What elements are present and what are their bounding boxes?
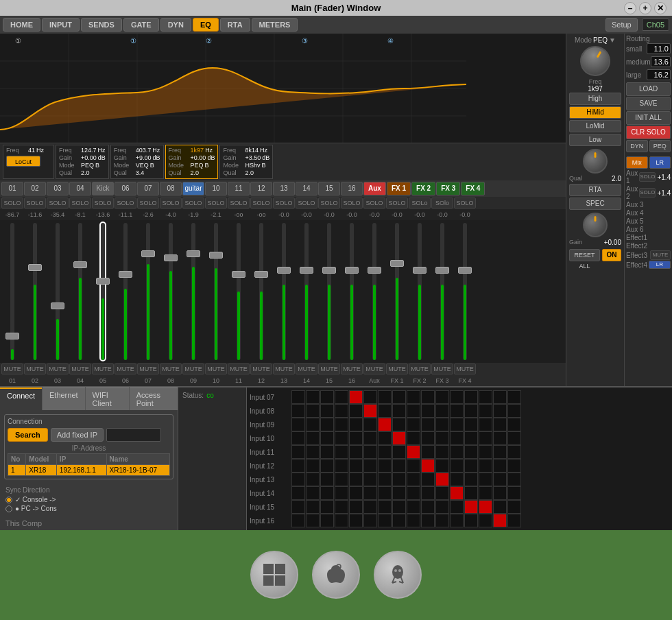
fader-track-aux[interactable] — [372, 223, 376, 360]
cell-12-16[interactable] — [507, 459, 521, 473]
cell-12-11[interactable] — [435, 459, 449, 473]
cell-07-1[interactable] — [291, 390, 305, 404]
cell-14-13[interactable] — [464, 486, 478, 500]
solo-06[interactable]: SOLO — [115, 198, 136, 208]
nav-gate[interactable]: GATE — [123, 18, 159, 32]
cell-08-6[interactable] — [363, 404, 377, 418]
solo-03[interactable]: SOLO — [47, 198, 69, 208]
cell-10-5[interactable] — [349, 431, 363, 445]
add-fixed-ip-btn[interactable]: Add fixed IP — [51, 428, 104, 442]
cell-10-15[interactable] — [493, 431, 507, 445]
ch-08[interactable]: 08 — [160, 182, 182, 195]
cell-08-5[interactable] — [349, 404, 363, 418]
cell-16-4[interactable] — [335, 514, 348, 527]
aux1-solo[interactable]: SOLO — [639, 172, 656, 182]
cell-09-13[interactable] — [464, 418, 478, 431]
cell-11-13[interactable] — [464, 445, 478, 459]
cell-10-7[interactable] — [378, 431, 392, 445]
cell-11-14[interactable] — [479, 445, 492, 459]
gain-knob[interactable] — [583, 213, 608, 237]
cell-09-6[interactable] — [363, 418, 377, 431]
himid-btn[interactable]: HiMid — [569, 106, 621, 119]
cell-09-14[interactable] — [479, 418, 492, 431]
fader-track-13[interactable] — [282, 223, 286, 360]
mute-10[interactable]: MUTE — [205, 363, 227, 374]
solo-02[interactable]: SOLO — [24, 198, 46, 208]
ch-06[interactable]: 06 — [115, 182, 136, 195]
cell-10-10[interactable] — [421, 431, 435, 445]
mute-11[interactable]: MUTE — [228, 363, 250, 374]
aux2-solo[interactable]: SOLO — [639, 188, 656, 198]
setup-btn[interactable]: Setup — [605, 18, 638, 32]
solo-16[interactable]: SOLO — [341, 198, 363, 208]
cell-16-5[interactable] — [349, 514, 363, 527]
fader-track-04[interactable] — [78, 223, 82, 360]
cell-11-9[interactable] — [407, 445, 420, 459]
cell-09-16[interactable] — [507, 418, 521, 431]
windows-icon[interactable] — [250, 551, 298, 599]
ch-07[interactable]: 07 — [137, 182, 159, 195]
dyn-btn[interactable]: DYN — [626, 140, 648, 152]
sync-option-2[interactable]: ● PC -> Cons — [5, 505, 172, 512]
ch-01[interactable]: 01 — [1, 182, 23, 195]
fader-track-01[interactable] — [10, 223, 14, 360]
solo-10[interactable]: SOLO — [205, 198, 227, 208]
fader-track-07[interactable] — [146, 223, 150, 360]
mute-fx4[interactable]: MUTE — [454, 363, 476, 374]
ch-10[interactable]: 10 — [205, 182, 227, 195]
mute-05[interactable]: MUTE — [92, 363, 114, 374]
cell-13-1[interactable] — [291, 473, 305, 486]
cell-14-2[interactable] — [306, 486, 320, 500]
cell-16-11[interactable] — [435, 514, 449, 527]
mute-fx2[interactable]: MUTE — [409, 363, 431, 374]
cell-07-7[interactable] — [378, 390, 392, 404]
cell-12-3[interactable] — [320, 459, 334, 473]
cell-16-3[interactable] — [320, 514, 334, 527]
cell-14-8[interactable] — [392, 486, 406, 500]
save-btn[interactable]: SAVE — [626, 97, 671, 110]
cell-09-4[interactable] — [335, 418, 348, 431]
cell-07-15[interactable] — [493, 390, 507, 404]
solo-07[interactable]: SOLO — [137, 198, 159, 208]
cell-15-9[interactable] — [407, 500, 420, 514]
cell-12-7[interactable] — [378, 459, 392, 473]
ch-02[interactable]: 02 — [24, 182, 46, 195]
rta-btn[interactable]: RTA — [569, 184, 621, 196]
cell-11-12[interactable] — [450, 445, 464, 459]
cell-13-7[interactable] — [378, 473, 392, 486]
cell-07-16[interactable] — [507, 390, 521, 404]
cell-13-3[interactable] — [320, 473, 334, 486]
fader-track-08[interactable] — [169, 223, 173, 360]
cell-11-5[interactable] — [349, 445, 363, 459]
cell-16-1[interactable] — [291, 514, 305, 527]
cell-15-11[interactable] — [435, 500, 449, 514]
cell-15-10[interactable] — [421, 500, 435, 514]
clr-solo-btn[interactable]: CLR SOLO — [626, 126, 671, 139]
cell-09-11[interactable] — [435, 418, 449, 431]
solo-08[interactable]: SOLO — [160, 198, 182, 208]
cell-15-15[interactable] — [493, 500, 507, 514]
cell-11-15[interactable] — [493, 445, 507, 459]
ch-09-guitar[interactable]: guitar — [182, 182, 204, 195]
cell-15-13[interactable] — [464, 500, 478, 514]
nav-dyn[interactable]: DYN — [160, 18, 191, 32]
fader-track-fx3[interactable] — [440, 223, 444, 360]
device-row-1[interactable]: 1 XR18 192.168.1.1 XR18-19-1B-07 — [8, 465, 170, 476]
mute-15[interactable]: MUTE — [318, 363, 340, 374]
ch-05-kick[interactable]: Kick — [92, 182, 114, 195]
tab-connect[interactable]: Connect — [0, 388, 42, 410]
cell-09-12[interactable] — [450, 418, 464, 431]
cell-13-8[interactable] — [392, 473, 406, 486]
solo-04[interactable]: SOLO — [69, 198, 91, 208]
solo-13[interactable]: SOLO — [273, 198, 295, 208]
cell-16-12[interactable] — [450, 514, 464, 527]
cell-11-8[interactable] — [392, 445, 406, 459]
cell-10-14[interactable] — [479, 431, 492, 445]
lr-btn[interactable]: LR — [649, 156, 671, 169]
peq-btn[interactable]: PEQ — [649, 140, 671, 152]
cell-15-12[interactable] — [450, 500, 464, 514]
cell-07-11[interactable] — [435, 390, 449, 404]
cell-08-13[interactable] — [464, 404, 478, 418]
tab-ethernet[interactable]: Ethernet — [43, 388, 85, 410]
cell-08-8[interactable] — [392, 404, 406, 418]
